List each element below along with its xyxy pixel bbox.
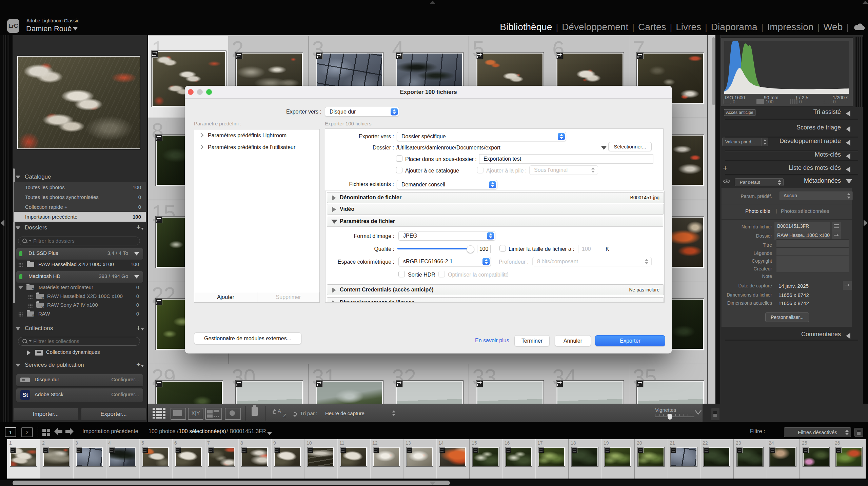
svg-text:A: A	[278, 408, 281, 414]
svg-text:Z: Z	[283, 412, 286, 418]
